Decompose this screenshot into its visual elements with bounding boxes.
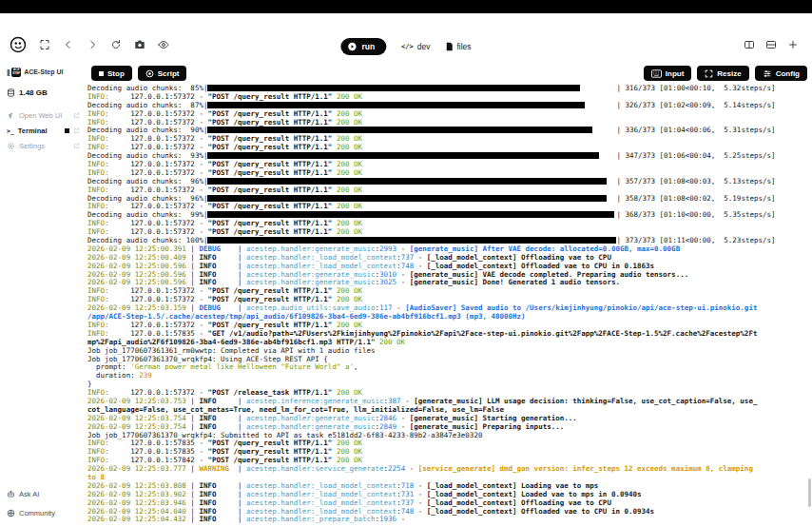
nav-icon-group	[10, 36, 169, 53]
main-area: ||| ACE STEP ACE-Step UI 1.48 GB Open We…	[0, 63, 812, 527]
screenshot-camera-icon[interactable]	[134, 39, 145, 50]
progress-bar	[207, 237, 616, 244]
terminal-prompt-icon: >_	[7, 127, 14, 135]
app-icon: ACE STEP	[11, 68, 21, 77]
sliders-icon	[763, 69, 772, 78]
run-button[interactable]: run	[340, 38, 386, 55]
terminal-panel: Stop Script Input Resize Confi	[84, 63, 812, 527]
running-indicator-square-icon[interactable]	[65, 128, 69, 133]
globe-icon	[7, 509, 15, 517]
stop-button[interactable]: Stop	[91, 66, 132, 81]
dev-button[interactable]: </> dev	[401, 42, 430, 51]
memory-value: 1.48 GB	[19, 88, 48, 97]
split-rows-icon[interactable]	[765, 39, 777, 50]
top-black-strip	[0, 0, 812, 13]
external-link-icon[interactable]	[73, 127, 80, 134]
progress-bar	[207, 85, 616, 91]
code-icon: </>	[401, 43, 414, 50]
resize-button[interactable]: Resize	[697, 66, 748, 81]
keyboard-icon	[651, 69, 662, 78]
terminal-toolbar-right: Input Resize Config	[644, 66, 807, 82]
config-label: Config	[776, 69, 800, 78]
resize-label: Resize	[717, 69, 741, 78]
terminal-log: Decoding audio chunks: 85%|| 316/373 [01…	[84, 82, 812, 527]
forward-icon[interactable]	[87, 39, 98, 50]
progress-bar	[207, 178, 616, 185]
file-icon	[445, 42, 453, 51]
sidebar-item-ask-ai[interactable]: Ask AI	[7, 488, 80, 500]
sidebar-footer: Ask AI Community	[7, 488, 80, 519]
refresh-icon[interactable]	[110, 39, 122, 50]
stop-label: Stop	[107, 69, 125, 78]
target-circle-icon	[145, 69, 154, 78]
database-icon	[7, 88, 15, 97]
terminal-line: duration: 239	[87, 372, 812, 381]
sidebar-item-label: Community	[19, 509, 55, 517]
sidebar: ||| ACE STEP ACE-Step UI 1.48 GB Open We…	[0, 63, 84, 527]
sidebar-item-terminal[interactable]: >_ Terminal	[7, 125, 80, 137]
sidebar-item-label: Ask AI	[19, 490, 39, 498]
run-label: run	[361, 42, 375, 51]
terminal-toolbar-left: Stop Script	[91, 66, 186, 82]
robot-icon	[7, 490, 15, 498]
browser-toolbar: run </> dev files	[0, 13, 812, 63]
drag-grip-icon[interactable]: |||	[7, 68, 9, 76]
input-button[interactable]: Input	[644, 66, 692, 81]
run-control-group: run </> dev files	[340, 38, 471, 55]
input-label: Input	[666, 69, 685, 78]
play-circle-icon	[347, 42, 357, 51]
progress-bar	[207, 195, 616, 202]
terminal-toolbar: Stop Script Input Resize Confi	[84, 63, 812, 82]
progress-bar	[207, 102, 616, 108]
sidebar-item-open-web-ui[interactable]: Open Web UI	[7, 109, 80, 122]
terminal-line: 2026-02-09 12:25:03.777 | WARNING | aces…	[87, 465, 812, 474]
memory-usage: 1.48 GB	[7, 88, 80, 97]
split-columns-icon[interactable]	[744, 39, 755, 50]
dev-label: dev	[417, 42, 431, 51]
terminal-line: 2026-02-09 12:25:04.432 | INFO | acestep…	[87, 516, 812, 524]
script-label: Script	[158, 69, 180, 78]
preview-eye-icon[interactable]	[158, 39, 169, 50]
files-label: files	[456, 42, 471, 51]
script-button[interactable]: Script	[138, 66, 187, 81]
files-button[interactable]: files	[445, 42, 471, 51]
terminal-line: prompt: 'German power metal like Hellowe…	[87, 363, 812, 372]
sidebar-header: ||| ACE STEP ACE-Step UI	[7, 66, 80, 78]
resize-corners-icon	[705, 69, 713, 78]
sidebar-item-label: Open Web UI	[19, 111, 62, 120]
app-title: ACE-Step UI	[24, 68, 63, 75]
progress-bar	[207, 127, 616, 133]
back-icon[interactable]	[63, 39, 74, 50]
sidebar-menu: Open Web UI >_ Terminal Settings	[7, 109, 80, 152]
sidebar-item-label: Terminal	[18, 127, 48, 135]
gear-icon	[7, 142, 15, 150]
progress-bar	[207, 152, 616, 159]
external-link-icon[interactable]	[73, 112, 80, 119]
config-button[interactable]: Config	[755, 66, 807, 81]
new-tab-plus-icon[interactable]	[787, 39, 799, 50]
fullscreen-icon[interactable]	[39, 39, 50, 50]
scrollbar-thumb[interactable]	[808, 478, 811, 507]
sidebar-item-label: Settings	[19, 142, 45, 150]
window-layout-group	[744, 39, 799, 50]
stop-square-icon	[99, 71, 104, 76]
rocket-icon	[7, 111, 15, 120]
progress-bar	[207, 211, 616, 218]
external-link-icon[interactable]	[73, 143, 80, 149]
sidebar-item-settings[interactable]: Settings	[7, 140, 80, 152]
pinokio-logo-icon[interactable]	[10, 36, 27, 53]
sidebar-item-community[interactable]: Community	[7, 507, 80, 519]
